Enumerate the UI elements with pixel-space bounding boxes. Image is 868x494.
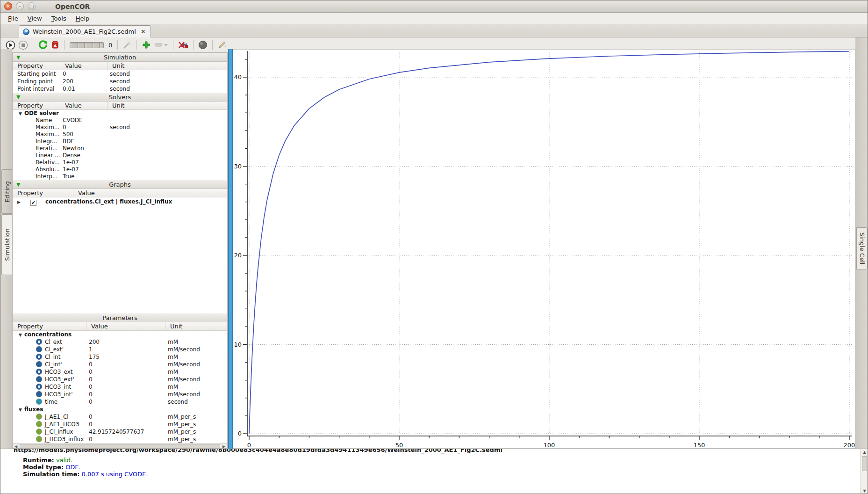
section-header-solvers[interactable]: ▼ Solvers	[13, 93, 227, 102]
window-minimize-button[interactable]: –	[16, 2, 24, 10]
scroll-right-icon[interactable]: ▶	[221, 444, 227, 449]
collapse-arrow-icon[interactable]: ▼	[19, 407, 22, 412]
parameter-row[interactable]: HCO3_int0mM	[13, 383, 227, 391]
reset-parameters-button[interactable]	[38, 40, 48, 50]
scroll-down-icon[interactable]: ▼	[861, 488, 868, 494]
svg-text:10: 10	[234, 341, 242, 348]
section-header-simulation[interactable]: ▼ Simulation	[13, 53, 227, 62]
window-maximize-button[interactable]: ▢	[28, 2, 36, 10]
collapse-triangle-icon[interactable]: ▼	[16, 93, 20, 102]
svg-text:20: 20	[234, 252, 242, 259]
parameter-row[interactable]: Cl_ext'1mM/second	[13, 346, 227, 353]
collapse-arrow-icon[interactable]: ▼	[19, 333, 22, 337]
solver-property-row[interactable]: Absolu...1e-07	[13, 166, 227, 173]
solver-group-row[interactable]: ▼ODE solver	[13, 110, 227, 117]
graph-definition[interactable]: concentrations.Cl_ext | fluxes.J_Cl_infl…	[45, 197, 227, 206]
parameter-row[interactable]: J_HCO3_influx0mM_per_s	[13, 436, 227, 443]
menubar: FileViewToolsHelp	[0, 13, 868, 24]
graphs-column-headers: PropertyValue	[13, 189, 227, 197]
remove-graph-panel-dropdown-icon[interactable]	[164, 43, 168, 47]
parameter-row[interactable]: HCO3_ext0mM	[13, 368, 227, 376]
mode-tab-editing[interactable]: Editing	[1, 169, 12, 214]
solver-property-row[interactable]: NameCVODE	[13, 117, 227, 124]
parameters-horizontal-scrollbar[interactable]: ◀ ▶	[13, 443, 227, 449]
add-graph-panel-button[interactable]	[142, 40, 151, 50]
simulation-property-row[interactable]: Ending point200second	[13, 78, 227, 85]
stop-simulation-button[interactable]	[18, 40, 28, 50]
status-vertical-scrollbar[interactable]: ▲ ▼	[861, 449, 868, 494]
annotation-edit-icon[interactable]	[217, 40, 227, 50]
remove-graph-panel-button[interactable]	[154, 43, 163, 47]
solver-property-row[interactable]: Maxim...500	[13, 131, 227, 138]
algebraic-variable-icon	[36, 414, 42, 420]
voi-variable-icon	[36, 399, 42, 405]
parameter-row[interactable]: Cl_int'0mM/second	[13, 361, 227, 368]
parameter-row[interactable]: HCO3_ext'0mM/second	[13, 376, 227, 383]
parameters-column-headers: PropertyValueUnit	[13, 322, 227, 331]
view-tab-single-cell[interactable]: Single Cell	[856, 227, 868, 269]
parameter-group-row[interactable]: ▼concentrations	[13, 331, 227, 338]
svg-text:50: 50	[395, 442, 403, 448]
tab-close-icon[interactable]: ✕	[141, 28, 146, 35]
collapse-triangle-icon[interactable]: ▼	[16, 180, 20, 189]
cellml-export-icon[interactable]: cM	[178, 41, 188, 49]
menu-tools[interactable]: Tools	[47, 14, 71, 23]
window-close-button[interactable]: ✕	[4, 2, 12, 10]
sed-ml-export-icon[interactable]	[198, 40, 208, 50]
sedml-file-icon	[23, 29, 29, 35]
parameter-row[interactable]: HCO3_int'0mM/second	[13, 391, 227, 398]
svg-text:200: 200	[844, 442, 855, 448]
opencor-window: ✕ – ▢ OpenCOR FileViewToolsHelp Weinstei…	[0, 0, 868, 494]
scrollbar-thumb[interactable]	[862, 456, 867, 471]
state-variable-icon	[36, 384, 42, 390]
menu-file[interactable]: File	[3, 14, 23, 23]
solver-property-row[interactable]: Maxim...0second	[13, 124, 227, 131]
solver-property-row[interactable]: Iterati...Newton	[13, 145, 227, 152]
menu-view[interactable]: View	[23, 14, 47, 23]
clear-results-button[interactable]	[51, 40, 59, 50]
simulation-plot[interactable]: 050100150200010203040	[233, 50, 855, 448]
state-variable-icon	[36, 354, 42, 360]
panel-splitter[interactable]	[228, 49, 233, 449]
tab-label: Weinstein_2000_AE1_Fig2C.sedml	[33, 28, 136, 35]
section-header-graphs[interactable]: ▼ Graphs	[13, 180, 227, 189]
parameter-row[interactable]: J_Cl_influx42.9157240577637mM_per_s	[13, 428, 227, 436]
collapse-triangle-icon[interactable]: ▼	[16, 53, 20, 62]
graph-checkbox[interactable]: ✔	[30, 200, 36, 206]
graph-panel[interactable]: 050100150200010203040	[233, 49, 855, 449]
parameter-row[interactable]: J_AE1_Cl0mM_per_s	[13, 413, 227, 421]
solvers-column-headers: PropertyValueUnit	[13, 102, 227, 110]
scrollbar-thumb[interactable]	[20, 444, 220, 449]
menu-help[interactable]: Help	[71, 14, 94, 23]
window-title: OpenCOR	[55, 3, 90, 10]
scroll-left-icon[interactable]: ◀	[13, 444, 19, 449]
simulation-property-row[interactable]: Starting point0second	[13, 70, 227, 78]
solver-property-row[interactable]: Relativ...1e-07	[13, 159, 227, 166]
toolbar-separator	[117, 40, 118, 50]
delay-wheel[interactable]	[70, 42, 104, 48]
toolbar-separator	[212, 40, 213, 50]
parameter-row[interactable]: Cl_ext200mM	[13, 338, 227, 346]
solver-property-row[interactable]: Linear ...Dense	[13, 152, 227, 159]
state-variable-icon	[36, 339, 42, 345]
delay-value: 0	[108, 42, 112, 49]
algebraic-variable-icon	[36, 436, 42, 442]
run-simulation-button[interactable]	[6, 40, 15, 50]
parameter-row[interactable]: J_AE1_HCO30mM_per_s	[13, 421, 227, 428]
solver-property-row[interactable]: Integr...BDF	[13, 138, 227, 145]
simulation-property-row[interactable]: Point interval0.01second	[13, 85, 227, 93]
section-header-parameters[interactable]: Parameters	[13, 313, 227, 322]
parameter-row[interactable]: time0second	[13, 398, 227, 406]
parameter-row[interactable]: Cl_int175mM	[13, 353, 227, 361]
collapse-arrow-icon[interactable]: ▼	[19, 111, 22, 116]
parameter-group-row[interactable]: ▼fluxes	[13, 406, 227, 413]
graph-row[interactable]: ▶✔concentrations.Cl_ext | fluxes.J_Cl_in…	[13, 197, 227, 206]
titlebar[interactable]: ✕ – ▢ OpenCOR	[0, 0, 868, 13]
tab-weinstein-sedml[interactable]: Weinstein_2000_AE1_Fig2C.sedml ✕	[19, 25, 151, 37]
rate-variable-icon	[36, 361, 42, 367]
export-wand-icon[interactable]	[122, 40, 132, 50]
solver-property-row[interactable]: Interp...True	[13, 173, 227, 180]
mode-tab-simulation[interactable]: Simulation	[1, 214, 12, 275]
expand-arrow-icon[interactable]: ▶	[17, 200, 21, 204]
scroll-up-icon[interactable]: ▲	[861, 449, 868, 456]
